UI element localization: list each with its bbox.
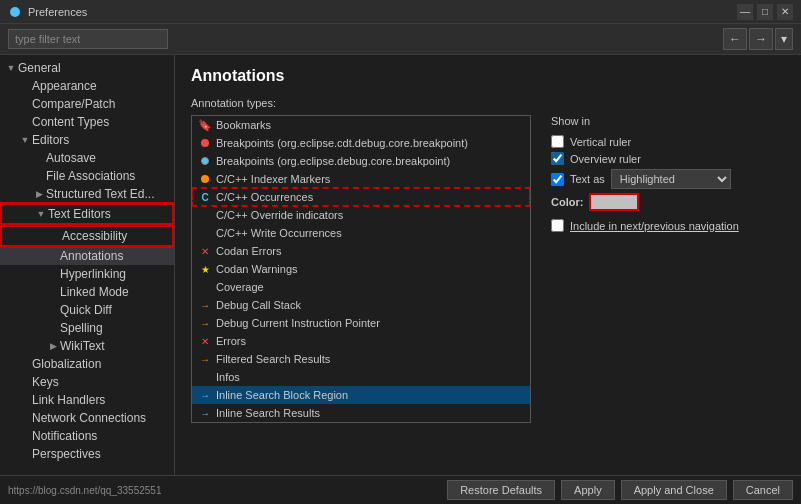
expand-icon-general: ▼ — [4, 63, 18, 73]
sidebar-item-annotations[interactable]: Annotations — [0, 247, 174, 265]
annotation-list-container: 🔖 Bookmarks Breakpoints (org.eclipse.cdt… — [191, 115, 785, 423]
back-button[interactable]: ← — [723, 28, 747, 50]
restore-defaults-button[interactable]: Restore Defaults — [447, 480, 555, 500]
annotation-coverage[interactable]: Coverage — [192, 278, 530, 296]
annotation-errors[interactable]: ✕ Errors — [192, 332, 530, 350]
x-red-icon: ✕ — [198, 244, 212, 258]
bookmark-icon: 🔖 — [198, 118, 212, 132]
sidebar-item-autosave[interactable]: Autosave — [0, 149, 174, 167]
sidebar-item-text-editors[interactable]: ▼ Text Editors — [0, 203, 174, 225]
annotation-infos[interactable]: Infos — [192, 368, 530, 386]
toolbar: ← → ▾ — [0, 24, 801, 55]
none-icon-write — [198, 226, 212, 240]
x-red-icon-errors: ✕ — [198, 334, 212, 348]
annotation-breakpoints-cdt[interactable]: Breakpoints (org.eclipse.cdt.debug.core.… — [192, 134, 530, 152]
minimize-button[interactable]: — — [737, 4, 753, 20]
dot-red-icon — [198, 136, 212, 150]
show-in-title: Show in — [551, 115, 785, 127]
apply-close-button[interactable]: Apply and Close — [621, 480, 727, 500]
none-icon-override — [198, 208, 212, 222]
annotation-bookmarks[interactable]: 🔖 Bookmarks — [192, 116, 530, 134]
expand-icon-text-editors: ▼ — [34, 209, 48, 219]
svg-point-0 — [10, 7, 20, 17]
cpp-icon: C — [198, 190, 212, 204]
annotation-inline-search-results[interactable]: → Inline Search Results — [192, 404, 530, 422]
text-as-select[interactable]: Highlighted Box Underline — [611, 169, 731, 189]
sidebar-item-compare-patch[interactable]: Compare/Patch — [0, 95, 174, 113]
color-label: Color: — [551, 196, 583, 208]
vertical-ruler-row: Vertical ruler — [551, 135, 785, 148]
sidebar-item-link-handlers[interactable]: Link Handlers — [0, 391, 174, 409]
apply-button[interactable]: Apply — [561, 480, 615, 500]
annotation-codan-errors[interactable]: ✕ Codan Errors — [192, 242, 530, 260]
sidebar-item-quick-diff[interactable]: Quick Diff — [0, 301, 174, 319]
arrow-orange-icon-debug: → — [198, 298, 212, 312]
overview-ruler-label: Overview ruler — [570, 153, 641, 165]
window-title: Preferences — [28, 6, 737, 18]
annotation-cpp-override[interactable]: C/C++ Override indicators — [192, 206, 530, 224]
dot-orange-icon — [198, 172, 212, 186]
dropdown-button[interactable]: ▾ — [775, 28, 793, 50]
window-icon — [8, 5, 22, 19]
sidebar-item-network-connections[interactable]: Network Connections — [0, 409, 174, 427]
sidebar-item-notifications[interactable]: Notifications — [0, 427, 174, 445]
overview-ruler-row: Overview ruler — [551, 152, 785, 165]
sidebar: ▼ General Appearance Compare/Patch Conte… — [0, 55, 175, 475]
annotation-cpp-occurrences[interactable]: C C/C++ Occurrences — [192, 188, 530, 206]
main-container: ← → ▾ ▼ General Appearance Compare/Patch — [0, 24, 801, 504]
annotation-cpp-write[interactable]: C/C++ Write Occurrences — [192, 224, 530, 242]
include-nav-label: Include in next/previous navigation — [570, 220, 739, 232]
include-nav-row: Include in next/previous navigation — [551, 219, 785, 232]
sidebar-item-hyperlinking[interactable]: Hyperlinking — [0, 265, 174, 283]
cancel-button[interactable]: Cancel — [733, 480, 793, 500]
annotation-codan-warnings[interactable]: ★ Codan Warnings — [192, 260, 530, 278]
arrow-orange-icon-current: → — [198, 316, 212, 330]
sidebar-item-globalization[interactable]: Globalization — [0, 355, 174, 373]
sidebar-item-appearance[interactable]: Appearance — [0, 77, 174, 95]
sidebar-item-accessibility[interactable]: Accessibility — [0, 225, 174, 247]
star-yellow-icon: ★ — [198, 262, 212, 276]
text-as-label: Text as — [570, 173, 605, 185]
annotation-types-label: Annotation types: — [191, 97, 785, 109]
show-in-panel: Show in Vertical ruler Overview ruler — [551, 115, 785, 232]
window-controls: — □ ✕ — [737, 4, 793, 20]
annotation-breakpoints-org[interactable]: Breakpoints (org.eclipse.debug.core.brea… — [192, 152, 530, 170]
panel-title: Annotations — [191, 67, 785, 85]
sidebar-item-perspectives[interactable]: Perspectives — [0, 445, 174, 463]
sidebar-item-content-types[interactable]: Content Types — [0, 113, 174, 131]
arrow-blue-icon-results: → — [198, 406, 212, 420]
annotation-inline-search-block[interactable]: → Inline Search Block Region — [192, 386, 530, 404]
arrow-blue-icon-block: → — [198, 388, 212, 402]
annotation-filtered-search[interactable]: → Filtered Search Results — [192, 350, 530, 368]
text-as-checkbox[interactable] — [551, 173, 564, 186]
sidebar-item-file-associations[interactable]: File Associations — [0, 167, 174, 185]
sidebar-item-linked-mode[interactable]: Linked Mode — [0, 283, 174, 301]
close-button[interactable]: ✕ — [777, 4, 793, 20]
watermark: https://blog.csdn.net/qq_33552551 — [8, 485, 161, 496]
title-bar: Preferences — □ ✕ — [0, 0, 801, 24]
overview-ruler-checkbox[interactable] — [551, 152, 564, 165]
vertical-ruler-label: Vertical ruler — [570, 136, 631, 148]
sidebar-item-wikitext[interactable]: ▶ WikiText — [0, 337, 174, 355]
forward-button[interactable]: → — [749, 28, 773, 50]
annotation-list[interactable]: 🔖 Bookmarks Breakpoints (org.eclipse.cdt… — [191, 115, 531, 423]
expand-icon-editors: ▼ — [18, 135, 32, 145]
annotation-debug-current[interactable]: → Debug Current Instruction Pointer — [192, 314, 530, 332]
sidebar-item-keys[interactable]: Keys — [0, 373, 174, 391]
sidebar-item-structured-text[interactable]: ▶ Structured Text Ed... — [0, 185, 174, 203]
right-panel: Annotations Annotation types: 🔖 Bookmark… — [175, 55, 801, 475]
vertical-ruler-checkbox[interactable] — [551, 135, 564, 148]
include-nav-checkbox[interactable] — [551, 219, 564, 232]
text-as-row: Text as Highlighted Box Underline — [551, 169, 785, 189]
sidebar-item-editors[interactable]: ▼ Editors — [0, 131, 174, 149]
sidebar-item-spelling[interactable]: Spelling — [0, 319, 174, 337]
annotation-debug-call-stack[interactable]: → Debug Call Stack — [192, 296, 530, 314]
expand-icon-structured: ▶ — [32, 189, 46, 199]
nav-arrow-group: ← → ▾ — [723, 28, 793, 50]
color-swatch[interactable] — [589, 193, 639, 211]
maximize-button[interactable]: □ — [757, 4, 773, 20]
sidebar-item-general[interactable]: ▼ General — [0, 59, 174, 77]
bottom-buttons: Restore Defaults Apply Apply and Close C… — [447, 480, 793, 500]
annotation-cpp-indexer[interactable]: C/C++ Indexer Markers — [192, 170, 530, 188]
filter-input[interactable] — [8, 29, 168, 49]
